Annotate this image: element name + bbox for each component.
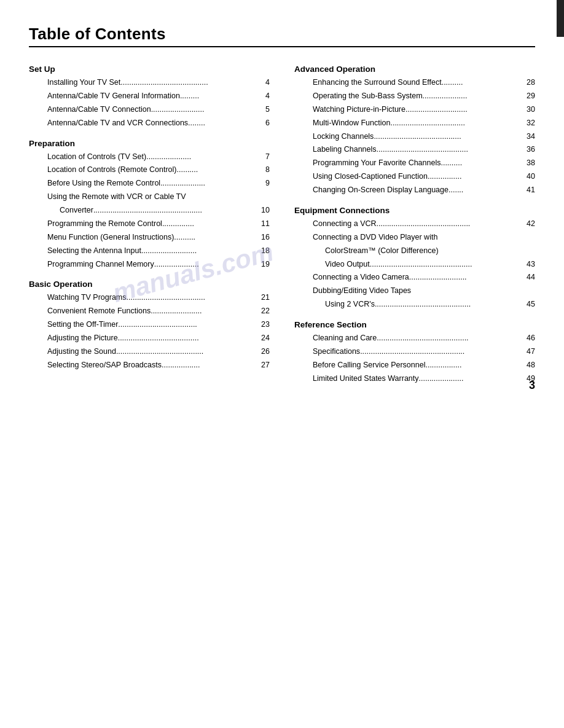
toc-entry: Watching Picture-in-Picture ............… [294,103,535,117]
toc-entry: Multi-Window Function ..................… [294,117,535,130]
toc-layout: Set Up Installing Your TV Set ..........… [29,65,535,386]
page-title: Table of Contents [29,25,535,44]
toc-entry: Limited United States Warranty .........… [294,372,535,386]
toc-entry: Programming Your Favorite Channels .....… [294,157,535,170]
toc-entry: Labeling Channels ......................… [294,143,535,157]
toc-entry: Adjusting the Picture ..................… [29,332,270,345]
toc-entry: Menu Function (General Instructions) ...… [29,231,270,245]
section-heading-preparation: Preparation [29,139,270,148]
toc-entry: Dubbing/Editing Video Tapes [294,284,535,298]
toc-entry: Locking Channels .......................… [294,130,535,144]
toc-entry: Programming the Remote Control .........… [29,217,270,231]
section-heading-reference-section: Reference Section [294,320,535,329]
toc-entry-indented: Video Output ...........................… [294,258,535,272]
toc-entry: Before Calling Service Personnel .......… [294,359,535,372]
toc-entry: Installing Your TV Set .................… [29,76,270,90]
corner-bar [557,0,564,37]
toc-entry: Changing On-Screen Display Language ....… [294,184,535,197]
toc-entry: Enhancing the Surround Sound Effect ....… [294,76,535,90]
toc-entry-indented: Using 2 VCR's ..........................… [294,298,535,311]
toc-entry: Selecting Stereo/SAP Broadcasts ........… [29,359,270,372]
toc-entry: Using the Remote with VCR or Cable TV [29,190,270,204]
page-number: 3 [529,379,535,392]
toc-entry: Connecting a DVD Video Player with [294,231,535,245]
toc-entry: Setting the Off-Timer ..................… [29,318,270,332]
toc-entry: Location of Controls (Remote Control) ..… [29,163,270,177]
toc-entry: Antenna/Cable TV and VCR Connections ...… [29,117,270,130]
page-container: Table of Contents Set Up Installing Your… [0,0,564,410]
left-column: Set Up Installing Your TV Set ..........… [29,65,270,386]
section-heading-setup: Set Up [29,65,270,74]
toc-entry: Programming Channel Memory .............… [29,258,270,272]
toc-entry: Selecting the Antenna Input ............… [29,245,270,258]
section-heading-advanced-operation: Advanced Operation [294,65,535,74]
toc-entry: Antenna/Cable TV Connection ............… [29,103,270,117]
toc-entry: Convenient Remote Functions ............… [29,305,270,318]
toc-entry-indented: ColorStream™ (Color Difference) [294,245,535,258]
right-column: Advanced Operation Enhancing the Surroun… [294,65,535,386]
toc-entry: Using Closed-Captioned Function ........… [294,170,535,184]
title-underline [29,46,535,47]
toc-entry: Connecting a Video Camera ..............… [294,271,535,284]
toc-entry: Watching TV Programs ...................… [29,291,270,305]
toc-entry-indented: Converter ..............................… [29,204,270,217]
toc-entry: Location of Controls (TV Set) ..........… [29,151,270,164]
toc-entry: Before Using the Remote Control ........… [29,177,270,190]
section-heading-equipment-connections: Equipment Connections [294,206,535,215]
toc-entry: Connecting a VCR .......................… [294,217,535,231]
toc-entry: Cleaning and Care ......................… [294,332,535,345]
toc-entry: Specifications .........................… [294,345,535,359]
toc-entry: Adjusting the Sound ....................… [29,345,270,359]
toc-entry: Antenna/Cable TV General Information ...… [29,90,270,103]
section-heading-basic-operation: Basic Operation [29,280,270,289]
toc-entry: Operating the Sub-Bass System ..........… [294,90,535,103]
